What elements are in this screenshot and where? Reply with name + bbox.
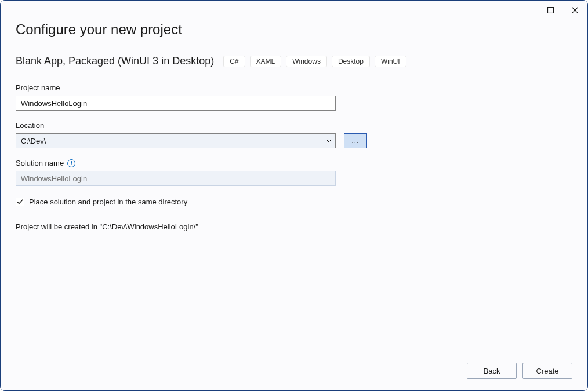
- solution-name-label: Solution name: [16, 159, 64, 167]
- solution-name-input: [16, 171, 336, 186]
- location-combo[interactable]: C:\Dev\: [16, 133, 336, 148]
- content-area: Configure your new project Blank App, Pa…: [1, 19, 587, 363]
- tag-csharp: C#: [223, 56, 245, 67]
- create-button[interactable]: Create: [522, 363, 572, 379]
- project-name-input[interactable]: [16, 96, 336, 111]
- location-label: Location: [16, 121, 572, 130]
- template-name: Blank App, Packaged (WinUI 3 in Desktop): [16, 55, 214, 67]
- location-value: C:\Dev\: [21, 137, 325, 145]
- info-icon[interactable]: i: [67, 159, 75, 167]
- location-row: C:\Dev\ ...: [16, 133, 572, 148]
- close-icon: [572, 7, 578, 13]
- tag-xaml: XAML: [250, 56, 282, 67]
- solution-name-label-row: Solution name i: [16, 159, 572, 167]
- footer: Back Create: [1, 363, 587, 390]
- maximize-icon: [547, 7, 554, 13]
- project-name-label: Project name: [16, 83, 572, 92]
- tag-winui: WinUI: [375, 56, 406, 67]
- back-button[interactable]: Back: [467, 363, 517, 379]
- project-name-group: Project name: [16, 83, 572, 111]
- new-project-dialog: Configure your new project Blank App, Pa…: [0, 0, 588, 391]
- page-title: Configure your new project: [16, 21, 572, 38]
- template-tags: C# XAML Windows Desktop WinUI: [223, 56, 406, 67]
- close-button[interactable]: [567, 2, 583, 18]
- tag-windows: Windows: [286, 56, 327, 67]
- chevron-down-icon: [325, 140, 333, 142]
- titlebar: [1, 1, 587, 19]
- template-row: Blank App, Packaged (WinUI 3 in Desktop)…: [16, 55, 572, 67]
- browse-button[interactable]: ...: [344, 133, 367, 148]
- tag-desktop: Desktop: [332, 56, 370, 67]
- svg-rect-0: [547, 7, 553, 13]
- same-directory-checkbox[interactable]: [16, 198, 24, 206]
- same-directory-label: Place solution and project in the same d…: [29, 198, 187, 206]
- same-directory-row: Place solution and project in the same d…: [16, 198, 572, 206]
- creation-path-summary: Project will be created in "C:\Dev\Windo…: [16, 222, 572, 231]
- check-icon: [17, 199, 23, 205]
- solution-name-group: Solution name i: [16, 159, 572, 186]
- maximize-button[interactable]: [542, 2, 558, 18]
- location-group: Location C:\Dev\ ...: [16, 121, 572, 148]
